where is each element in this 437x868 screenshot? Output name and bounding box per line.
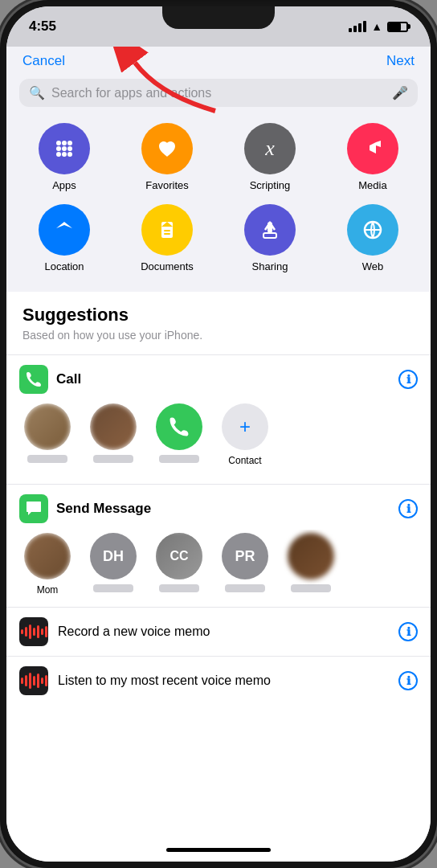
- category-favorites[interactable]: Favorites: [122, 123, 212, 191]
- listen-voice-memo-info[interactable]: ℹ: [398, 671, 418, 690]
- location-icon: [39, 204, 90, 256]
- status-bar: 4:55 ▲: [6, 6, 431, 47]
- svg-point-5: [62, 146, 67, 151]
- call-contact-2-name: [93, 455, 133, 463]
- signal-bars: [349, 21, 366, 32]
- categories-grid: Apps Favorites x Scripting: [6, 115, 431, 285]
- record-voice-memo-row[interactable]: Record a new voice memo ℹ: [6, 607, 431, 656]
- msg-dh-avatar: DH: [90, 533, 137, 579]
- messages-app-icon: [19, 494, 48, 523]
- msg-pr-avatar: PR: [222, 533, 268, 579]
- call-contact-green-name: [159, 455, 199, 463]
- mic-icon[interactable]: 🎤: [392, 85, 408, 100]
- call-action-header: Call ℹ: [6, 355, 431, 400]
- scripting-icon: x: [244, 123, 296, 174]
- msg-cc-avatar: CC: [156, 533, 202, 579]
- msg-contact-dh[interactable]: DH: [85, 533, 141, 596]
- listen-voice-icon: [19, 666, 48, 695]
- media-icon: [347, 123, 398, 174]
- suggestions-subtitle: Based on how you use your iPhone.: [22, 329, 415, 342]
- cancel-button[interactable]: Cancel: [22, 53, 65, 69]
- msg-mom-avatar: [24, 533, 71, 579]
- call-add-contact[interactable]: + Contact: [217, 403, 273, 466]
- add-contact-label: Contact: [228, 455, 261, 466]
- apps-label: Apps: [52, 179, 76, 191]
- status-time: 4:55: [29, 18, 56, 35]
- add-contact-avatar: +: [222, 403, 268, 450]
- msg-contact-5-name: [291, 584, 331, 592]
- send-message-title: Send Message: [56, 501, 390, 517]
- svg-rect-14: [263, 233, 276, 238]
- notch: [162, 6, 275, 29]
- listen-voice-memo-row[interactable]: Listen to my most recent voice memo ℹ: [6, 656, 431, 705]
- documents-label: Documents: [141, 260, 194, 272]
- msg-contact-mom[interactable]: Mom: [19, 533, 76, 596]
- svg-point-8: [62, 152, 67, 157]
- web-icon: [347, 204, 398, 256]
- location-label: Location: [44, 260, 84, 272]
- call-contact-1-avatar: [24, 403, 71, 450]
- record-voice-icon: [19, 617, 48, 646]
- call-contact-2-avatar: [90, 403, 137, 450]
- msg-contact-5-avatar: [288, 533, 334, 579]
- call-action-section: Call ℹ: [6, 354, 431, 477]
- category-web[interactable]: Web: [328, 204, 418, 272]
- category-location[interactable]: Location: [19, 204, 109, 272]
- phone-frame: 4:55 ▲ Cancel Next: [0, 0, 437, 868]
- call-app-icon: [19, 365, 48, 394]
- svg-point-1: [56, 141, 61, 145]
- svg-rect-11: [164, 230, 170, 231]
- send-message-contacts-row: Mom DH CC PR: [6, 530, 431, 607]
- category-apps[interactable]: Apps: [19, 123, 109, 191]
- home-indicator: [166, 848, 271, 852]
- category-media[interactable]: Media: [328, 123, 418, 191]
- status-icons: ▲: [349, 20, 408, 33]
- svg-point-7: [56, 152, 61, 157]
- call-contact-2[interactable]: [85, 403, 141, 466]
- media-label: Media: [358, 179, 386, 191]
- suggestions-section: Suggestions Based on how you use your iP…: [6, 292, 431, 348]
- call-contact-green[interactable]: [151, 403, 207, 466]
- suggestions-title: Suggestions: [22, 305, 415, 326]
- main-content: Cancel Next 🔍 Search for apps and action…: [6, 47, 431, 862]
- documents-icon: [141, 204, 193, 256]
- send-message-info-button[interactable]: ℹ: [398, 499, 418, 518]
- next-button[interactable]: Next: [386, 53, 415, 69]
- wifi-icon: ▲: [371, 20, 382, 33]
- web-label: Web: [362, 260, 384, 272]
- call-contact-1-name: [27, 455, 67, 463]
- separator: [6, 285, 431, 292]
- svg-point-2: [62, 141, 67, 145]
- msg-contact-pr[interactable]: PR: [217, 533, 273, 596]
- record-voice-memo-info[interactable]: ℹ: [398, 622, 418, 641]
- category-scripting[interactable]: x Scripting: [225, 123, 315, 191]
- sharing-icon: [244, 204, 296, 256]
- record-voice-memo-label: Record a new voice memo: [58, 624, 389, 639]
- search-icon: 🔍: [29, 85, 45, 100]
- call-info-button[interactable]: ℹ: [398, 370, 418, 389]
- category-sharing[interactable]: Sharing: [225, 204, 315, 272]
- msg-mom-label: Mom: [37, 584, 59, 596]
- battery-icon: [387, 22, 408, 32]
- call-green-phone-avatar: [156, 403, 202, 450]
- svg-point-9: [67, 152, 72, 157]
- scripting-label: Scripting: [250, 179, 291, 191]
- favorites-icon: [141, 123, 193, 174]
- call-contacts-row: + Contact: [6, 400, 431, 477]
- listen-voice-memo-label: Listen to my most recent voice memo: [58, 674, 389, 688]
- msg-contact-cc[interactable]: CC: [151, 533, 207, 596]
- favorites-label: Favorites: [145, 179, 188, 191]
- msg-pr-name: [225, 584, 265, 592]
- msg-dh-name: [93, 584, 133, 592]
- msg-contact-5[interactable]: [283, 533, 339, 596]
- svg-point-3: [67, 141, 72, 145]
- send-message-header: Send Message ℹ: [6, 485, 431, 530]
- send-message-section: Send Message ℹ Mom DH: [6, 484, 431, 607]
- sharing-label: Sharing: [252, 260, 288, 272]
- call-contact-1[interactable]: [19, 403, 76, 466]
- msg-cc-name: [159, 584, 199, 592]
- category-documents[interactable]: Documents: [122, 204, 212, 272]
- call-title: Call: [56, 371, 390, 387]
- phone-screen: 4:55 ▲ Cancel Next: [6, 6, 431, 862]
- svg-point-6: [67, 146, 72, 151]
